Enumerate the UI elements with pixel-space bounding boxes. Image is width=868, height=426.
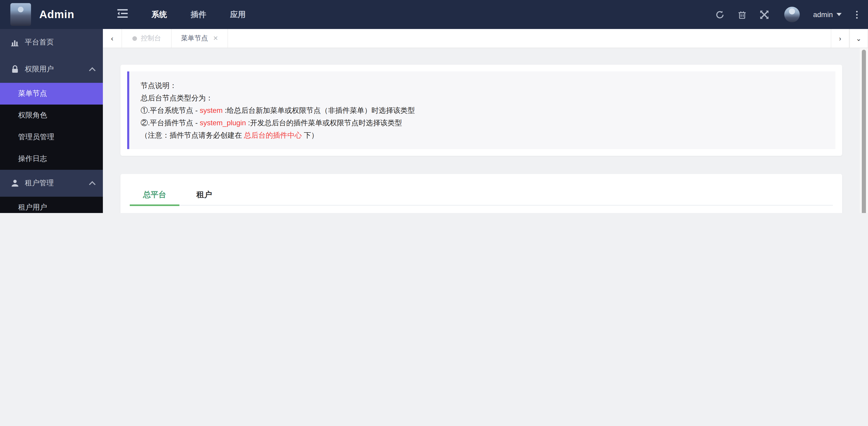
chevron-up-icon — [89, 67, 95, 74]
trash-icon[interactable] — [738, 10, 746, 19]
sidebar-item-label: 权限角色 — [18, 111, 47, 120]
tabs-spacer — [228, 29, 831, 48]
sidebar-item[interactable]: 平台首页 — [0, 29, 103, 56]
tabs-scroll-right-button[interactable]: › — [831, 29, 849, 48]
scrollbar-thumb[interactable] — [862, 50, 866, 213]
page-tab[interactable]: 菜单节点✕ — [172, 29, 228, 48]
top-menu-item[interactable]: 插件 — [191, 9, 206, 20]
top-navbar: Admin 系统插件应用 admin — [0, 0, 868, 29]
sidebar-item-label: 平台首页 — [25, 38, 54, 47]
navbar-actions: admin — [715, 7, 868, 22]
tabs-dropdown-button[interactable]: ⌄ — [849, 29, 868, 48]
platform-tab[interactable]: 总平台 — [130, 184, 179, 205]
tab-label: 菜单节点 — [181, 34, 208, 43]
sidebar: 平台首页权限用户菜单节点权限角色管理员管理操作日志租户管理租户用户配置管理开发管… — [0, 29, 103, 213]
sidebar-item-label: 租户管理 — [25, 178, 54, 188]
app-window: Admin 系统插件应用 admin 平台首页权限用户菜单节点权限角色管理员管理… — [0, 0, 868, 213]
tab-dot — [132, 36, 137, 40]
sidebar-item-label: 菜单节点 — [18, 89, 47, 98]
user-avatar[interactable] — [784, 7, 800, 22]
note-line: ①.平台系统节点 - system :给总后台新加菜单或权限节点（非插件菜单）时… — [141, 104, 824, 116]
chevron-down-icon — [836, 13, 842, 16]
node-description-text: 节点说明：总后台节点类型分为：①.平台系统节点 - system :给总后台新加… — [127, 72, 835, 149]
sidebar-item-label: 操作日志 — [18, 154, 47, 164]
top-menu-item[interactable]: 系统 — [152, 9, 167, 20]
refresh-icon[interactable] — [715, 10, 724, 19]
note-line: 总后台节点类型分为： — [141, 92, 824, 104]
page-scrollbar[interactable] — [860, 48, 868, 213]
sidebar-item[interactable]: 租户用户 — [0, 197, 103, 213]
chart-icon — [10, 38, 20, 47]
user-menu[interactable]: admin — [813, 10, 842, 19]
app-title: Admin — [39, 8, 74, 21]
note-line: （注意：插件节点请务必创建在 总后台的插件中心 下） — [141, 129, 824, 141]
sidebar-item-label: 租户用户 — [18, 203, 47, 212]
lock-icon — [10, 65, 20, 74]
sidebar-item[interactable]: 权限用户 — [0, 56, 103, 83]
logo-area[interactable]: Admin — [0, 3, 103, 26]
fullscreen-icon[interactable] — [760, 10, 769, 19]
main-content: 节点说明：总后台节点类型分为：①.平台系统节点 - system :给总后台新加… — [103, 48, 860, 213]
top-menu: 系统插件应用 — [152, 9, 246, 20]
close-icon[interactable]: ✕ — [213, 35, 218, 42]
platform-tabs: 总平台租户 — [130, 184, 833, 205]
node-description-card: 节点说明：总后台节点类型分为：①.平台系统节点 - system :给总后台新加… — [120, 65, 842, 156]
sidebar-item-label: 权限用户 — [25, 65, 54, 74]
note-line: 节点说明： — [141, 79, 824, 92]
sidebar-item[interactable]: 管理员管理 — [0, 126, 103, 148]
sidebar-item-label: 管理员管理 — [18, 133, 54, 142]
chevron-up-icon — [89, 181, 95, 188]
username: admin — [813, 10, 833, 19]
menu-rule-panel: 总平台租户 全部展开全部折叠 添加权限节点 删除权限节点 — [120, 174, 842, 213]
note-line: ②.平台插件节点 - system_plugin :开发总后台的插件菜单或权限节… — [141, 116, 824, 129]
user-icon — [10, 178, 20, 188]
sidebar-item[interactable]: 租户管理 — [0, 170, 103, 197]
tab-label: 控制台 — [141, 34, 161, 43]
sidebar-item[interactable]: 权限角色 — [0, 105, 103, 126]
more-options-icon[interactable] — [855, 9, 859, 20]
page-tabs-bar: ‹ 控制台菜单节点✕ › ⌄ — [103, 29, 868, 48]
platform-tab[interactable]: 租户 — [179, 184, 229, 205]
page-tab[interactable]: 控制台 — [122, 29, 172, 48]
sidebar-item[interactable]: 操作日志 — [0, 148, 103, 170]
logo-image — [10, 3, 31, 26]
sidebar-item[interactable]: 菜单节点 — [0, 83, 103, 105]
menu-fold-icon[interactable] — [117, 9, 128, 20]
tabs-scroll-left-button[interactable]: ‹ — [103, 29, 122, 48]
top-menu-item[interactable]: 应用 — [230, 9, 246, 20]
